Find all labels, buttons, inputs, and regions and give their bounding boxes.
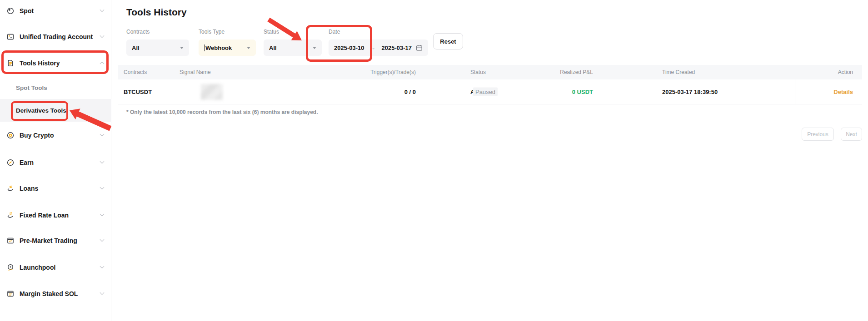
filter-tools-type: Tools Type Webhook (199, 29, 256, 56)
sidebar-item-pre-market-trading[interactable]: Pre-Market Trading (0, 235, 111, 246)
main-content: Tools History Contracts All Tools Type W… (111, 0, 868, 321)
sidebar-item-launchpool[interactable]: Launchpool (0, 262, 111, 273)
filter-contracts-label: Contracts (126, 29, 189, 35)
sidebar-item-derivatives-tools[interactable]: Derivatives Tools (0, 105, 111, 116)
reset-button[interactable]: Reset (433, 33, 463, 49)
fixed-rate-loan-icon (6, 211, 15, 219)
filter-status: Status All (264, 29, 322, 56)
sidebar-item-tools-history[interactable]: Tools History (0, 58, 111, 69)
sidebar-item-label: Pre-Market Trading (20, 237, 77, 244)
sidebar-subitem-label: Derivatives Tools (16, 107, 66, 114)
table-row: BTCUSDT 0 / 0 ActivePaused 0 USDT 2025-0… (118, 79, 862, 104)
sidebar-item-label: Fixed Rate Loan (20, 212, 69, 219)
spot-icon (6, 7, 15, 15)
filter-date: Date 2025-03-10 → 2025-03-17 (329, 29, 428, 56)
next-page-button[interactable]: Next (841, 128, 862, 141)
sidebar-item-buy-crypto[interactable]: Buy Crypto (0, 130, 111, 141)
sidebar-item-label: Tools History (20, 59, 60, 67)
chevron-down-icon (100, 8, 105, 12)
calendar-icon (416, 44, 423, 51)
cell-realized-pnl: 0 USDT (525, 89, 593, 95)
header-action: Action (791, 69, 853, 75)
table-header-row: Contracts Signal Name Trigger(s)/Trade(s… (118, 65, 862, 79)
cell-triggers-trades: 0 / 0 (336, 89, 416, 95)
pre-market-trading-icon (6, 237, 15, 245)
page-title: Tools History (126, 7, 187, 18)
chevron-down-icon (100, 34, 105, 38)
contracts-select-value: All (132, 44, 140, 51)
chevron-down-icon (100, 132, 105, 137)
date-end-value: 2025-03-17 (382, 44, 412, 51)
tools-history-icon (6, 59, 15, 67)
sidebar-item-earn[interactable]: Earn (0, 157, 111, 168)
select-arrow-icon (313, 47, 316, 49)
tools-history-table: Contracts Signal Name Trigger(s)/Trade(s… (118, 65, 862, 104)
chevron-down-icon (100, 291, 105, 295)
date-start-value: 2025-03-10 (334, 44, 364, 51)
filter-date-label: Date (329, 29, 428, 35)
sidebar-item-label: Unified Trading Account (20, 33, 93, 40)
date-range-picker[interactable]: 2025-03-10 → 2025-03-17 (329, 40, 428, 56)
details-link[interactable]: Details (791, 89, 853, 95)
sidebar-item-unified-trading-account[interactable]: Unified Trading Account (0, 31, 111, 42)
date-range-arrow-icon: → (370, 44, 376, 51)
sidebar-item-spot-tools[interactable]: Spot Tools (0, 82, 111, 93)
earn-icon (6, 158, 15, 167)
chevron-down-icon (100, 159, 105, 164)
sidebar-item-label: Spot (20, 7, 34, 15)
sidebar-item-label: Margin Staked SOL (20, 290, 78, 297)
chevron-down-icon (100, 237, 105, 242)
sidebar-item-label: Buy Crypto (20, 132, 54, 139)
chevron-down-icon (100, 264, 105, 269)
contracts-select[interactable]: All (126, 40, 189, 56)
filter-status-label: Status (264, 29, 322, 35)
sidebar-item-label: Launchpool (20, 264, 55, 271)
tools-type-select-value: Webhook (205, 44, 232, 51)
cell-time-created: 2025-03-17 18:39:50 (662, 89, 718, 95)
unified-trading-account-icon (6, 33, 15, 41)
filter-contracts: Contracts All (126, 29, 189, 56)
sidebar-item-label: Earn (20, 159, 34, 166)
action-column-divider (795, 65, 795, 104)
cell-contracts: BTCUSDT (124, 89, 152, 95)
text-caret (204, 44, 205, 51)
status-select[interactable]: All (264, 40, 322, 56)
status-select-value: All (269, 44, 277, 51)
header-triggers-trades: Trigger(s)/Trade(s) (336, 69, 416, 75)
header-contracts: Contracts (124, 69, 147, 75)
buy-crypto-icon (6, 131, 15, 139)
tools-type-select[interactable]: Webhook (199, 40, 256, 56)
header-status: Status (470, 69, 486, 75)
previous-page-button[interactable]: Previous (802, 128, 834, 141)
filter-tools-type-label: Tools Type (199, 29, 256, 35)
margin-staked-sol-icon (6, 290, 15, 298)
sidebar-item-label: Loans (20, 185, 38, 192)
sidebar-item-margin-staked-sol[interactable]: Margin Staked SOL (0, 288, 111, 299)
sidebar-item-loans[interactable]: Loans (0, 183, 111, 194)
loans-icon (6, 184, 15, 193)
header-time-created: Time Created (662, 69, 695, 75)
sidebar: Spot Unified Trading Account Tools Histo… (0, 0, 111, 321)
records-footnote: * Only the latest 10,000 records from th… (126, 109, 318, 115)
header-realized-pnl: Realized P&L (525, 69, 593, 75)
signal-name-masked (201, 84, 223, 100)
header-signal-name: Signal Name (180, 69, 211, 75)
sidebar-subitem-label: Spot Tools (16, 84, 47, 91)
select-arrow-icon (247, 47, 250, 49)
sidebar-item-spot[interactable]: Spot (0, 5, 111, 16)
select-arrow-icon (180, 47, 184, 49)
status-badge: Paused (473, 88, 498, 96)
sidebar-item-fixed-rate-loan[interactable]: Fixed Rate Loan (0, 210, 111, 221)
chevron-down-icon (100, 185, 105, 190)
chevron-down-icon (100, 212, 105, 217)
chevron-up-icon (100, 62, 105, 66)
launchpool-icon (6, 263, 15, 272)
